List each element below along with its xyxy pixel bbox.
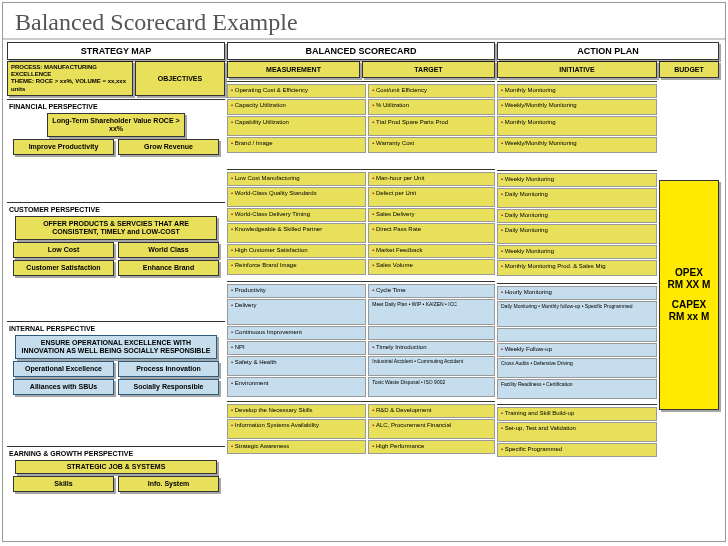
int-box-3: Alliances with SBUs (13, 379, 114, 395)
obj-earn-0: Develop the Necessary Skills (227, 404, 366, 418)
internal-label: INTERNAL PERSPECTIVE (7, 324, 225, 333)
bsc-header: BALANCED SCORECARD (227, 42, 495, 60)
meas-int-2: Timely Introduction (368, 341, 495, 355)
strategy-header: STRATEGY MAP (7, 42, 225, 60)
init-int-4: Facility Readiness • Certification (497, 379, 657, 399)
obj-cust-0: Low Cost Manufacturing (227, 172, 366, 186)
customer-label: CUSTOMER PERSPECTIVE (7, 205, 225, 214)
action-column: ACTION PLAN INITIATIVE BUDGET Monthly Mo… (497, 42, 719, 532)
int-box-2: Process Innovation (118, 361, 219, 377)
obj-earn-1: Information Systems Availability (227, 419, 366, 439)
obj-cust-4: High Customer Satisfaction (227, 244, 366, 258)
init-cust-4: Weekly Monitoring (497, 245, 657, 259)
bsc-customer: Low Cost ManufacturingMan-hour per Unit … (227, 169, 495, 275)
measurement-header: MEASUREMENT (227, 61, 360, 78)
init-fin-1: Weekly/Monthly Monitoring (497, 99, 657, 115)
init-cust-3: Daily Monitoring (497, 224, 657, 244)
obj-fin-2: Capability Utilization (227, 116, 366, 136)
init-int-1: Daily Monitoring • Monthly follow-up • S… (497, 301, 657, 327)
init-customer: Weekly Monitoring Daily Monitoring Daily… (497, 170, 657, 276)
strategy-column: STRATEGY MAP PROCESS: MANUFACTURING EXCE… (7, 42, 225, 532)
cust-box-1: Low Cost (13, 242, 114, 258)
bsc-internal: ProductivityCycle Time DeliveryMeet Dail… (227, 281, 495, 397)
init-cust-2: Daily Monitoring (497, 209, 657, 223)
init-fin-2: Monthly Monitoring (497, 116, 657, 136)
obj-int-0: Productivity (227, 284, 366, 298)
obj-int-4: Safety & Health (227, 356, 366, 376)
meas-fin-0: Cost/unit Efficiency (368, 84, 495, 98)
cust-box-4: Enhance Brand (118, 260, 219, 276)
meas-int-3: Industrial Accident • Commuting Accident (368, 356, 495, 376)
initiative-list: Monthly Monitoring Weekly/Monthly Monito… (497, 80, 657, 532)
init-earn-1: Set-up, Test and Validation (497, 422, 657, 442)
earn-box-1: Skills (13, 476, 114, 492)
init-fin-3: Weekly/Monthly Monitoring (497, 137, 657, 153)
init-cust-0: Weekly Monitoring (497, 173, 657, 187)
meas-cust-3: Direct Pass Rate (368, 223, 495, 243)
int-box-4: Socially Responsible (118, 379, 219, 395)
earning-perspective: EARNING & GROWTH PERSPECTIVE STRATEGIC J… (7, 446, 225, 518)
init-earn-0: Training and Skill Build-up (497, 407, 657, 421)
meas-earn-1: ALC, Procurement Financial (368, 419, 495, 439)
budget-bar: OPEX RM XX M CAPEX RM xx M (659, 180, 719, 410)
obj-fin-1: Capacity Utilization (227, 99, 366, 115)
meas-cust-0: Man-hour per Unit (368, 172, 495, 186)
initiative-header: INITIATIVE (497, 61, 657, 78)
init-earning: Training and Skill Build-up Set-up, Test… (497, 404, 657, 457)
obj-cust-1: World-Class Quality Standards (227, 187, 366, 207)
capex-1: CAPEX (662, 299, 716, 311)
init-int-blank (497, 328, 657, 342)
fin-box-2: Grow Revenue (118, 139, 219, 155)
obj-int-3: NPI (227, 341, 366, 355)
customer-perspective: CUSTOMER PERSPECTIVE OFFER PRODUCTS & SE… (7, 202, 225, 318)
obj-fin-3: Brand / Image (227, 137, 366, 153)
earn-top-box: STRATEGIC JOB & SYSTEMS (15, 460, 217, 474)
obj-fin-0: Operating Cost & Efficiency (227, 84, 366, 98)
objectives-header: OBJECTIVES (135, 61, 225, 96)
init-cust-1: Daily Monitoring (497, 188, 657, 208)
page-title: Balanced Scorecard Example (3, 3, 725, 40)
obj-int-5: Environment (227, 377, 366, 397)
action-header: ACTION PLAN (497, 42, 719, 60)
meas-int-1: Meet Daily Plan • WIP • KAIZEN • ICC (368, 299, 495, 325)
bsc-earning: Develop the Necessary SkillsR&D & Develo… (227, 401, 495, 454)
init-int-3: Cross Audits • Defensive Driving (497, 358, 657, 378)
target-header: TARGET (362, 61, 495, 78)
meas-int-blank (368, 326, 495, 340)
content-area: STRATEGY MAP PROCESS: MANUFACTURING EXCE… (3, 40, 725, 534)
capex-label: CAPEX RM xx M (662, 299, 716, 323)
financial-perspective: FINANCIAL PERSPECTIVE Long-Term Sharehol… (7, 99, 225, 199)
obj-cust-3: Knowledgeable & Skilled Partner (227, 223, 366, 243)
obj-cust-5: Reinforce Brand Image (227, 259, 366, 275)
capex-2: RM xx M (662, 311, 716, 323)
fin-box-1: Improve Productivity (13, 139, 114, 155)
init-int-2: Weekly Follow-up (497, 343, 657, 357)
cust-box-2: World Class (118, 242, 219, 258)
meas-fin-3: Warranty Cost (368, 137, 495, 153)
process-theme-box: PROCESS: MANUFACTURING EXCELLENCE THEME:… (7, 61, 133, 96)
init-internal: Hourly Monitoring Daily Monitoring • Mon… (497, 283, 657, 399)
init-earn-2: Specific Programmed (497, 443, 657, 457)
opex-label: OPEX RM XX M (662, 267, 716, 291)
init-int-0: Hourly Monitoring (497, 286, 657, 300)
meas-int-4: Toxic Waste Disposal • ISO 9002 (368, 377, 495, 397)
budget-header: BUDGET (659, 61, 719, 78)
meas-cust-4: Market Feedback (368, 244, 495, 258)
scorecard-frame: Balanced Scorecard Example STRATEGY MAP … (2, 2, 726, 542)
earning-label: EARNING & GROWTH PERSPECTIVE (7, 449, 225, 458)
financial-label: FINANCIAL PERSPECTIVE (7, 102, 225, 111)
process-text: PROCESS: MANUFACTURING EXCELLENCE (11, 64, 129, 78)
fin-top-box: Long-Term Shareholder Value ROCE > xx% (47, 113, 185, 137)
init-cust-5: Monthly Monitoring Prod. & Sales Mtg (497, 260, 657, 276)
meas-cust-5: Sales Volume (368, 259, 495, 275)
init-fin-0: Monthly Monitoring (497, 84, 657, 98)
meas-cust-2: Sales Delivery (368, 208, 495, 222)
cust-box-3: Customer Satisfaction (13, 260, 114, 276)
internal-perspective: INTERNAL PERSPECTIVE ENSURE OPERATIONAL … (7, 321, 225, 443)
bsc-financial: Operating Cost & EfficiencyCost/unit Eff… (227, 81, 495, 153)
meas-int-0: Cycle Time (368, 284, 495, 298)
bsc-column: BALANCED SCORECARD MEASUREMENT TARGET Op… (227, 42, 495, 532)
init-financial: Monthly Monitoring Weekly/Monthly Monito… (497, 81, 657, 153)
obj-int-2: Continuous Improvement (227, 326, 366, 340)
int-top-box: ENSURE OPERATIONAL EXCELLENCE WITH INNOV… (15, 335, 217, 359)
